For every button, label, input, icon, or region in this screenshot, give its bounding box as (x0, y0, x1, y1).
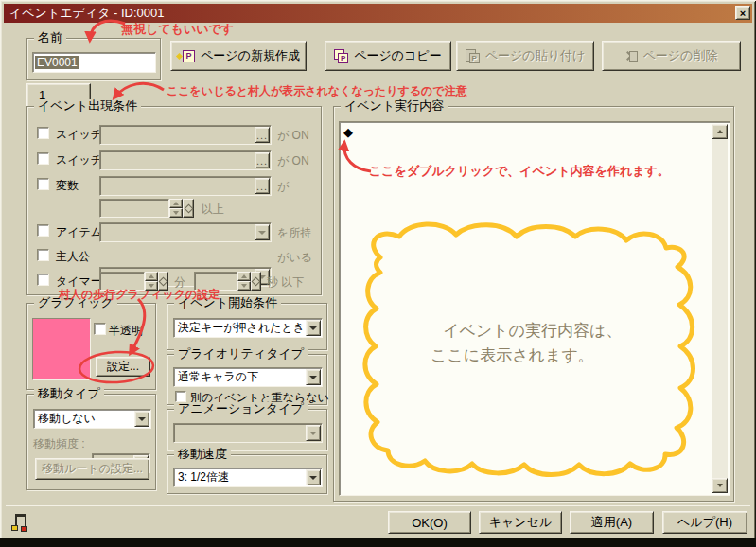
name-group-label: 名前 (34, 31, 66, 44)
move-type-dropdown[interactable]: 移動しない (33, 409, 151, 429)
help-button[interactable]: ヘルプ(H) (662, 511, 747, 534)
new-page-label: ページの新規作成 (201, 47, 300, 64)
move-type-title: 移動タイプ (34, 387, 104, 400)
variable-field: ... (99, 176, 272, 196)
annotation-graphic-note: 村人の歩行グラフィックの設定 (59, 287, 220, 303)
paste-page-button: P ページの貼り付け (456, 41, 594, 71)
delete-page-button: ページの削除 (602, 41, 741, 71)
diamond-icon (159, 276, 168, 286)
cancel-label: キャンセル (489, 514, 553, 531)
paste-page-label: ページの貼り付け (485, 47, 586, 64)
switch2-checkbox[interactable] (37, 152, 49, 165)
graphic-settings-button[interactable]: 設定... (96, 357, 150, 377)
variable-value-field (99, 199, 169, 218)
item-dropdown (99, 222, 272, 242)
switch2-suffix: が ON (277, 153, 309, 169)
annotation-dblclick-note: ここをダブルクリックで、イベント内容を作れます。 (369, 163, 670, 180)
ellipsis-icon: ... (256, 183, 268, 190)
switch1-browse-button: ... (255, 127, 270, 143)
item-checkbox[interactable] (37, 224, 49, 237)
timer-sec-option-button (251, 272, 261, 291)
dropdown-arrow-icon (255, 224, 270, 240)
move-route-label: 移動ルートの設定... (42, 461, 143, 477)
switch2-label: スイッチ (56, 152, 102, 168)
delete-page-label: ページの削除 (643, 47, 718, 64)
footer-separator (6, 503, 750, 506)
animation-value (174, 424, 322, 426)
start-condition-value: 決定キーが押されたとき (174, 319, 322, 335)
move-speed-dropdown[interactable]: 3: 1/2倍速 (173, 468, 323, 487)
animation-group: アニメーションタイプ (167, 409, 327, 450)
start-condition-dropdown[interactable]: 決定キーが押されたとき (173, 318, 323, 338)
diamond-icon (252, 276, 261, 286)
scroll-down-button[interactable] (712, 478, 728, 493)
priority-value: 通常キャラの下 (174, 368, 322, 384)
variable-browse-button: ... (255, 178, 270, 194)
new-page-button[interactable]: P ページの新規作成 (170, 41, 307, 71)
event-command-row[interactable]: ◆ (343, 126, 353, 138)
ok-label: OK(O) (412, 516, 448, 530)
move-type-value: 移動しない (34, 410, 150, 426)
music-note-icon (11, 514, 30, 532)
copy-page-icon: P (334, 49, 348, 63)
command-marker: ◆ (343, 125, 353, 139)
ellipsis-icon: ... (256, 157, 268, 165)
bottom-strip (0, 538, 756, 547)
conditions-group: イベント出現条件 スイッチ ... が ON スイッチ ... が ON 変数 … (26, 106, 322, 295)
start-condition-group: イベント開始条件 決定キーが押されたとき (167, 303, 327, 350)
move-speed-title: 移動速度 (174, 448, 231, 461)
item-label: アイテム (56, 224, 102, 240)
exec-content-title: イベント実行内容 (341, 99, 448, 113)
dropdown-arrow-icon (134, 411, 149, 427)
hero-checkbox[interactable] (37, 249, 49, 261)
translucent-label: 半透明 (109, 323, 143, 339)
animation-title: アニメーションタイプ (174, 402, 308, 415)
cloud-text-line2: ここに表示されます。 (431, 344, 594, 366)
event-editor-dialog: イベントエディタ - ID:0001 × 名前 EV0001 P ページの新規作… (0, 0, 756, 547)
move-route-button: 移動ルートの設定... (35, 458, 149, 480)
dropdown-arrow-icon (306, 469, 321, 485)
dropdown-arrow-icon (306, 369, 321, 385)
move-speed-group: 移動速度 3: 1/2倍速 (167, 454, 327, 494)
delete-page-icon (625, 50, 638, 62)
translucent-checkbox[interactable] (94, 323, 106, 335)
apply-button[interactable]: 適用(A) (570, 511, 654, 534)
dropdown-arrow-icon (306, 425, 321, 441)
variable-value-spinner (169, 199, 183, 218)
event-name-input[interactable]: EV0001 (32, 52, 156, 73)
title-bar: イベントエディタ - ID:0001 (4, 4, 752, 23)
diamond-icon (184, 203, 193, 213)
paste-page-icon: P (466, 49, 480, 63)
ellipsis-icon: ... (256, 132, 268, 139)
ok-button[interactable]: OK(O) (388, 511, 471, 534)
timer-checkbox[interactable] (37, 274, 49, 286)
switch2-browse-button: ... (255, 152, 270, 168)
copy-page-button[interactable]: P ページのコピー (325, 41, 451, 71)
variable-suffix: が (277, 179, 289, 195)
cancel-button[interactable]: キャンセル (479, 511, 562, 534)
event-name-value: EV0001 (35, 56, 79, 69)
priority-dropdown[interactable]: 通常キャラの下 (173, 367, 323, 387)
scroll-up-button[interactable] (712, 124, 728, 139)
variable-compare-label: 以上 (202, 202, 224, 218)
graphic-preview[interactable] (32, 318, 91, 380)
annotation-ignore: 無視してもいいです (121, 21, 234, 38)
switch1-checkbox[interactable] (37, 127, 49, 139)
name-group: 名前 EV0001 (26, 38, 161, 80)
close-button[interactable]: × (735, 6, 750, 20)
copy-page-label: ページのコピー (354, 47, 442, 64)
command-list-scrollbar[interactable] (712, 124, 728, 493)
graphic-group: グラフィック 半透明 設定... (26, 303, 156, 390)
move-speed-value: 3: 1/2倍速 (174, 468, 322, 485)
move-frequency-label: 移動頻度 : (33, 436, 85, 452)
switch1-label: スイッチ (56, 127, 102, 143)
variable-checkbox[interactable] (37, 178, 49, 190)
cloud-text-line1: イベントの実行内容は、 (443, 320, 622, 342)
annotation-caution: ここをいじると村人が表示されなくなったりするので注意 (167, 83, 467, 99)
variable-value-option-button (183, 199, 194, 218)
new-page-icon: P (177, 50, 195, 62)
window-title: イベントエディタ - ID:0001 (9, 6, 165, 20)
conditions-title: イベント出現条件 (34, 99, 141, 113)
hero-suffix: がいる (277, 250, 312, 266)
timer-sec-spinner (237, 272, 251, 291)
